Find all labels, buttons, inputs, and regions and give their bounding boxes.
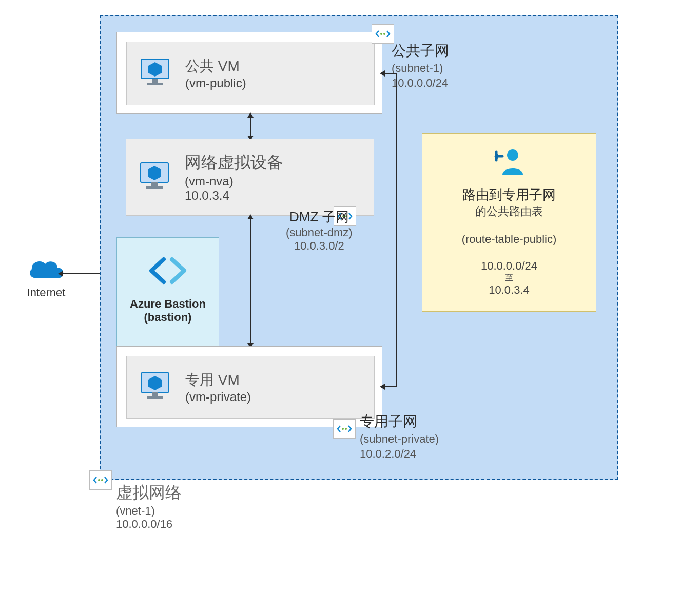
- network-badge-icon: [372, 24, 394, 44]
- vm-public-box: 公共 VM (vm-public): [126, 42, 375, 105]
- route-to-label: 至: [432, 273, 587, 283]
- svg-rect-8: [151, 182, 158, 186]
- svg-rect-14: [152, 392, 158, 396]
- vm-public-text: 公共 VM (vm-public): [185, 56, 246, 90]
- route-to: 10.0.3.4: [432, 283, 587, 297]
- vnet-cidr: 10.0.0.0/16: [116, 518, 182, 531]
- route-name: (route-table-public): [432, 233, 587, 246]
- route-from: 10.0.0.0/24: [432, 259, 587, 273]
- subnet-public-label: 公共子网 (subnet-1) 10.0.0.0/24: [392, 41, 449, 91]
- arrow-head-up: [247, 112, 254, 118]
- subnet-private-name: (subnet-private): [360, 431, 439, 447]
- vm-private-title: 专用 VM: [185, 370, 251, 390]
- subnet-private-title: 专用子网: [360, 412, 439, 431]
- arrow-public-nva: [250, 116, 251, 137]
- subnet-public-name: (subnet-1): [392, 61, 449, 76]
- route-table-box: 路由到专用子网 的公共路由表 (route-table-public) 10.0…: [422, 133, 596, 312]
- arrow-head-left: [380, 70, 385, 77]
- bastion-name: (bastion): [117, 311, 219, 324]
- svg-point-18: [507, 149, 518, 161]
- vm-nva-text: 网络虚拟设备 (vm-nva) 10.0.3.4: [185, 152, 283, 203]
- subnet-public-cidr: 10.0.0.0/24: [392, 75, 449, 91]
- subnet-public-title: 公共子网: [392, 41, 449, 61]
- svg-point-5: [383, 33, 385, 35]
- bastion-title: Azure Bastion: [117, 297, 219, 311]
- vnet-label: 虚拟网络 (vnet-1) 10.0.0.0/16: [116, 482, 182, 531]
- subnet-dmz-name: (subnet-dmz): [286, 226, 353, 239]
- vm-private-box: 专用 VM (vm-private): [126, 356, 375, 419]
- user-route-icon: [493, 147, 525, 178]
- arrow-head-up: [247, 214, 254, 219]
- svg-rect-15: [147, 396, 163, 399]
- svg-point-17: [345, 428, 347, 430]
- cloud-icon: [26, 255, 67, 283]
- vm-private-text: 专用 VM (vm-private): [185, 370, 251, 404]
- route-title: 路由到专用子网: [432, 186, 587, 204]
- svg-rect-9: [146, 186, 163, 189]
- vnet-name: (vnet-1): [116, 504, 182, 518]
- svg-rect-3: [147, 83, 163, 85]
- svg-point-21: [101, 479, 103, 481]
- virtual-network: 公共 VM (vm-public) 公共子网 (subnet-1) 10.0.0…: [100, 15, 618, 480]
- vnet-title: 虚拟网络: [116, 482, 182, 504]
- bastion-icon: [145, 255, 190, 286]
- vm-icon: [137, 371, 173, 404]
- subnet-public: 公共 VM (vm-public): [116, 32, 382, 114]
- vm-public-name: (vm-public): [185, 76, 246, 90]
- connector-line: [396, 73, 397, 386]
- subnet-private: 专用 VM (vm-private): [116, 346, 382, 427]
- vm-nva-name: (vm-nva): [185, 174, 283, 188]
- vm-private-name: (vm-private): [185, 390, 251, 404]
- vm-icon: [137, 57, 173, 90]
- network-badge-icon: [89, 470, 112, 490]
- svg-point-16: [342, 428, 344, 430]
- vm-nva-ip: 10.0.3.4: [185, 188, 283, 203]
- arrow-head-left: [58, 271, 63, 277]
- svg-point-20: [98, 479, 100, 481]
- route-sub1: 的公共路由表: [432, 204, 587, 219]
- svg-point-4: [380, 33, 382, 35]
- subnet-dmz-title: DMZ 子网: [286, 208, 353, 226]
- subnet-private-cidr: 10.0.2.0/24: [360, 446, 439, 462]
- arrow-head-left: [380, 384, 385, 390]
- bastion-box: Azure Bastion (bastion): [116, 237, 219, 361]
- svg-rect-2: [152, 79, 158, 83]
- vm-nva-title: 网络虚拟设备: [185, 152, 283, 174]
- vm-public-title: 公共 VM: [185, 56, 246, 76]
- internet-block: Internet: [13, 255, 80, 299]
- subnet-dmz-cidr: 10.0.3.0/2: [286, 239, 353, 253]
- subnet-private-label: 专用子网 (subnet-private) 10.0.2.0/24: [360, 412, 439, 462]
- network-badge-icon: [333, 419, 356, 439]
- subnet-dmz-label: DMZ 子网 (subnet-dmz) 10.0.3.0/2: [286, 208, 353, 253]
- vm-nva-box: 网络虚拟设备 (vm-nva) 10.0.3.4: [126, 139, 374, 216]
- internet-label: Internet: [13, 286, 80, 299]
- arrow-nva-private: [250, 217, 251, 345]
- vm-icon: [137, 161, 172, 194]
